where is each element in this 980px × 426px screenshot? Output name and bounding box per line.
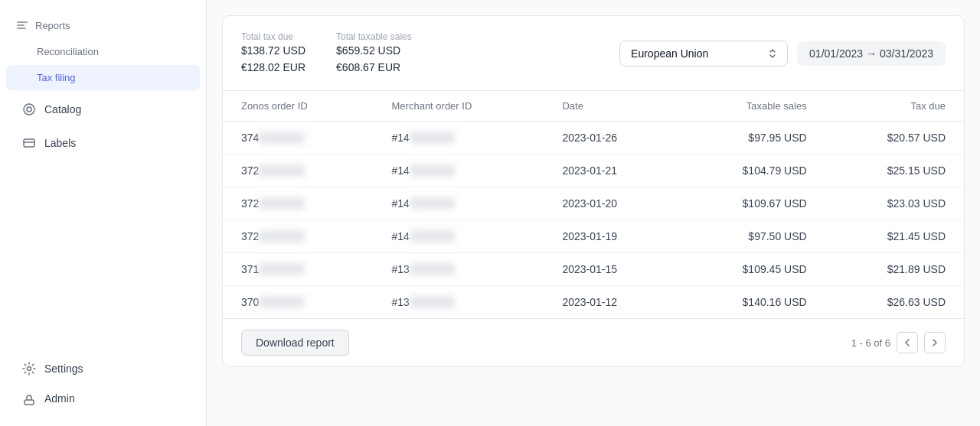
cell-merchant-id: #14██████ <box>374 154 544 187</box>
admin-icon <box>21 391 37 406</box>
sidebar-item-catalog[interactable]: Catalog <box>6 95 200 124</box>
svg-point-7 <box>28 367 31 371</box>
cell-taxable-sales: $109.45 USD <box>678 253 825 286</box>
catalog-label: Catalog <box>44 103 81 115</box>
sidebar-item-reconciliation[interactable]: Reconciliation <box>6 39 200 64</box>
filter-area: European Union 01/01/2023 → 03/31/2023 <box>619 41 946 67</box>
cell-zonos-id: 374██████ <box>223 122 374 154</box>
reports-icon <box>15 18 29 32</box>
cell-taxable-sales: $104.79 USD <box>678 154 825 187</box>
table-footer: Download report 1 - 6 of 6 <box>223 318 964 366</box>
sidebar-item-admin[interactable]: Admin <box>6 384 200 413</box>
total-taxable-sales-usd: $659.52 USD <box>336 44 412 59</box>
svg-point-4 <box>27 107 31 112</box>
cell-zonos-id: 372██████ <box>223 154 374 187</box>
table-row: 372██████ #14██████ 2023-01-21 $104.79 U… <box>223 154 964 187</box>
total-tax-due-label: Total tax due <box>241 31 305 42</box>
sidebar-tax-filing-label: Tax filing <box>37 72 76 83</box>
cell-merchant-id: #14██████ <box>374 220 544 253</box>
admin-label: Admin <box>44 392 75 405</box>
total-tax-due-eur: €128.02 EUR <box>241 60 305 76</box>
labels-label: Labels <box>44 137 76 149</box>
cell-zonos-id: 372██████ <box>223 220 374 253</box>
cell-merchant-id: #13██████ <box>374 253 544 286</box>
cell-taxable-sales: $97.95 USD <box>678 122 825 154</box>
table-row: 372██████ #14██████ 2023-01-20 $109.67 U… <box>223 187 964 220</box>
summary-block: Total tax due $138.72 USD €128.02 EUR To… <box>241 31 412 75</box>
cell-tax-due: $26.63 USD <box>825 286 964 319</box>
cell-taxable-sales: $97.50 USD <box>678 220 825 253</box>
total-taxable-sales-block: Total taxable sales $659.52 USD €608.67 … <box>336 31 412 75</box>
card-header: Total tax due $138.72 USD €128.02 EUR To… <box>223 16 964 90</box>
col-header-taxable-sales: Taxable sales <box>678 91 825 122</box>
sidebar-reports-label: Reports <box>35 20 70 31</box>
col-header-date: Date <box>544 91 678 122</box>
next-page-button[interactable] <box>924 332 946 353</box>
svg-rect-2 <box>17 28 26 29</box>
cell-date: 2023-01-20 <box>544 187 678 220</box>
prev-page-button[interactable] <box>897 332 918 353</box>
svg-rect-8 <box>24 400 34 405</box>
cell-zonos-id: 372██████ <box>223 187 374 220</box>
cell-tax-due: $21.45 USD <box>825 220 964 253</box>
cell-tax-due: $25.15 USD <box>825 154 964 187</box>
cell-date: 2023-01-19 <box>544 220 678 253</box>
svg-rect-5 <box>24 139 34 147</box>
table-row: 374██████ #14██████ 2023-01-26 $97.95 US… <box>223 122 964 154</box>
svg-point-3 <box>24 104 34 115</box>
cell-zonos-id: 370██████ <box>223 286 374 319</box>
cell-tax-due: $23.03 USD <box>825 187 964 220</box>
region-select-label: European Union <box>631 47 708 60</box>
region-chevrons-icon <box>769 48 776 59</box>
pagination-text: 1 - 6 of 6 <box>851 337 890 349</box>
cell-tax-due: $20.57 USD <box>825 122 964 154</box>
tax-filing-card: Total tax due $138.72 USD €128.02 EUR To… <box>222 15 965 367</box>
cell-merchant-id: #14██████ <box>374 122 544 154</box>
cell-date: 2023-01-21 <box>544 154 678 187</box>
cell-taxable-sales: $140.16 USD <box>678 286 825 319</box>
table-row: 372██████ #14██████ 2023-01-19 $97.50 US… <box>223 220 964 253</box>
settings-icon <box>21 361 37 376</box>
cell-tax-due: $21.89 USD <box>825 253 964 286</box>
cell-taxable-sales: $109.67 USD <box>678 187 825 220</box>
orders-table: Zonos order ID Merchant order ID Date Ta… <box>223 90 964 318</box>
sidebar-reports-header[interactable]: Reports <box>0 12 206 38</box>
col-header-zonos-id: Zonos order ID <box>223 91 374 122</box>
cell-date: 2023-01-12 <box>544 286 678 319</box>
sidebar-reconciliation-label: Reconciliation <box>37 46 99 57</box>
catalog-icon <box>21 102 37 117</box>
table-row: 371██████ #13██████ 2023-01-15 $109.45 U… <box>223 253 964 286</box>
cell-merchant-id: #14██████ <box>374 187 544 220</box>
pagination: 1 - 6 of 6 <box>851 332 946 353</box>
total-tax-due-usd: $138.72 USD <box>241 44 305 59</box>
cell-date: 2023-01-26 <box>544 122 678 154</box>
col-header-tax-due: Tax due <box>825 91 964 122</box>
cell-merchant-id: #13██████ <box>374 286 544 319</box>
date-range: 01/01/2023 → 03/31/2023 <box>797 41 946 66</box>
date-range-text: 01/01/2023 → 03/31/2023 <box>809 47 933 60</box>
main-content: Total tax due $138.72 USD €128.02 EUR To… <box>207 0 980 426</box>
sidebar-item-labels[interactable]: Labels <box>6 128 200 158</box>
settings-label: Settings <box>44 363 83 375</box>
download-report-button[interactable]: Download report <box>241 330 349 356</box>
col-header-merchant-id: Merchant order ID <box>374 91 544 122</box>
sidebar: Reports Reconciliation Tax filing Catalo… <box>0 0 207 426</box>
region-select[interactable]: European Union <box>619 41 788 67</box>
svg-rect-0 <box>17 21 28 23</box>
table-row: 370██████ #13██████ 2023-01-12 $140.16 U… <box>223 286 964 319</box>
total-taxable-sales-eur: €608.67 EUR <box>336 60 412 76</box>
total-taxable-sales-label: Total taxable sales <box>336 31 412 42</box>
cell-zonos-id: 371██████ <box>223 253 374 286</box>
labels-icon <box>21 135 37 151</box>
sidebar-item-tax-filing[interactable]: Tax filing <box>6 65 200 90</box>
table-header-row: Zonos order ID Merchant order ID Date Ta… <box>223 91 964 122</box>
svg-rect-1 <box>17 24 24 26</box>
cell-date: 2023-01-15 <box>544 253 678 286</box>
total-tax-due-block: Total tax due $138.72 USD €128.02 EUR <box>241 31 305 75</box>
sidebar-item-settings[interactable]: Settings <box>6 354 200 383</box>
